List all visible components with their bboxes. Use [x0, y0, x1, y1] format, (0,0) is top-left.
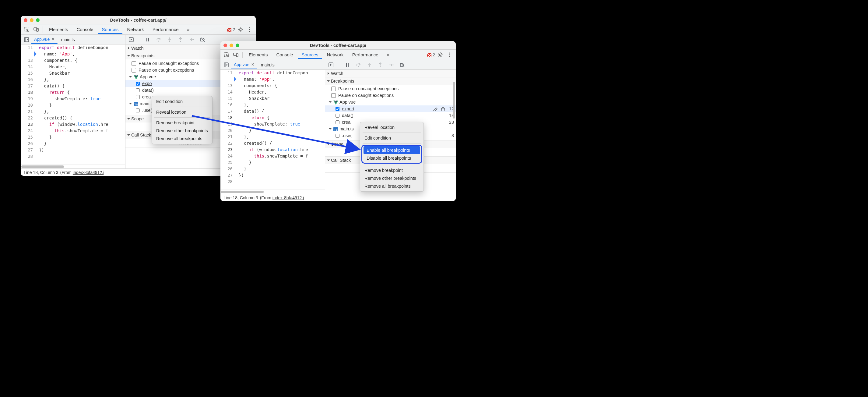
settings-icon[interactable]	[436, 51, 444, 59]
line-number[interactable]: 17	[21, 83, 33, 89]
inspect-icon[interactable]	[223, 51, 231, 59]
deactivate-bp-icon[interactable]	[398, 61, 406, 69]
code-line[interactable]: }	[39, 134, 125, 140]
show-navigator-icon[interactable]	[23, 36, 30, 44]
code-line[interactable]: })	[239, 172, 325, 178]
ctx-remove-all[interactable]: Remove all breakpoints	[360, 182, 424, 190]
code-line[interactable]: return {	[39, 89, 125, 96]
tab-elements[interactable]: Elements	[45, 25, 72, 34]
tab-network[interactable]: Network	[124, 25, 148, 34]
menu-icon[interactable]	[445, 51, 453, 59]
code-line[interactable]: }	[239, 166, 325, 172]
trash-icon[interactable]	[440, 106, 445, 111]
code-line[interactable]: export default defineCompon	[239, 70, 325, 76]
breakpoints-header[interactable]: Breakpoints	[325, 77, 456, 85]
tab-sources[interactable]: Sources	[98, 25, 122, 34]
line-number[interactable]: 14	[21, 64, 33, 70]
code-line[interactable]: created() {	[239, 140, 325, 146]
step-into-icon[interactable]	[365, 61, 373, 69]
file-tab-maints[interactable]: main.ts	[258, 61, 278, 68]
line-number[interactable]: 18	[21, 89, 33, 96]
edit-icon[interactable]	[433, 106, 437, 111]
tab-console[interactable]: Console	[273, 50, 297, 59]
code-editor[interactable]: 11 1213141516171819202122232425262728 ex…	[21, 45, 125, 169]
line-number[interactable]: 23	[220, 146, 232, 153]
close-button[interactable]	[24, 18, 27, 22]
line-number[interactable]: 24	[220, 153, 232, 159]
code-line[interactable]: components: {	[39, 57, 125, 64]
line-number[interactable]: 16	[21, 77, 33, 83]
code-line[interactable]: showTemplate: true	[39, 96, 125, 102]
ctx-reveal-location[interactable]: Reveal location	[152, 108, 212, 116]
step-over-icon[interactable]	[155, 36, 162, 44]
step-out-icon[interactable]	[376, 61, 384, 69]
horizontal-scrollbar[interactable]	[21, 164, 125, 169]
line-number[interactable]: 18	[220, 115, 232, 121]
code-line[interactable]: }	[239, 127, 325, 134]
minimize-button[interactable]	[30, 18, 33, 22]
close-tab-icon[interactable]: ×	[52, 36, 54, 42]
tab-more[interactable]: »	[184, 25, 193, 34]
code-line[interactable]: created() {	[39, 115, 125, 121]
settings-icon[interactable]	[236, 26, 244, 33]
code-line[interactable]: this.showTemplate = f	[239, 153, 325, 159]
code-line[interactable]: },	[239, 102, 325, 108]
vertical-scrollbar[interactable]	[453, 82, 455, 191]
line-number[interactable]: 16	[220, 102, 232, 108]
line-number[interactable]: 27	[21, 147, 33, 153]
line-number[interactable]: 19	[220, 121, 232, 127]
line-number[interactable]: 26	[220, 166, 232, 172]
exec-icon[interactable]	[127, 36, 135, 44]
ctx-enable-all[interactable]: Enable all breakpoints	[364, 146, 420, 154]
line-number[interactable]: 21	[220, 134, 232, 140]
line-number[interactable]: 17	[220, 108, 232, 115]
line-number[interactable]: 27	[220, 172, 232, 178]
code-line[interactable]: components: {	[239, 83, 325, 89]
code-line[interactable]: this.showTemplate = f	[39, 127, 125, 134]
ctx-reveal-location[interactable]: Reveal location	[360, 123, 424, 131]
file-tab-appvue[interactable]: App.vue ×	[31, 35, 58, 44]
code-line[interactable]: }	[39, 102, 125, 109]
line-number[interactable]: 23	[21, 121, 33, 127]
code-line[interactable]: },	[239, 134, 325, 140]
step-out-icon[interactable]	[177, 36, 185, 44]
pause-caught-checkbox[interactable]: Pause on caught exceptions	[325, 92, 456, 99]
line-number[interactable]: 22	[220, 140, 232, 146]
ctx-remove-other[interactable]: Remove other breakpoints	[152, 127, 212, 135]
tab-elements[interactable]: Elements	[245, 50, 272, 59]
close-button[interactable]	[223, 44, 227, 47]
horizontal-scrollbar[interactable]	[220, 190, 325, 194]
line-number[interactable]: 22	[21, 115, 33, 121]
code-line[interactable]: Snackbar	[39, 70, 125, 77]
tab-more[interactable]: »	[383, 50, 393, 59]
ctx-edit-condition[interactable]: Edit condition	[360, 134, 424, 142]
menu-icon[interactable]	[245, 26, 253, 33]
step-into-icon[interactable]	[166, 36, 174, 44]
maximize-button[interactable]	[236, 44, 239, 47]
tab-console[interactable]: Console	[73, 25, 97, 34]
line-number[interactable]: 21	[21, 109, 33, 115]
line-number[interactable]: 15	[220, 95, 232, 102]
code-line[interactable]: Header,	[39, 64, 125, 70]
code-line[interactable]: name: 'App',	[39, 51, 125, 57]
code-line[interactable]: },	[39, 77, 125, 83]
code-line[interactable]: if (window.location.hre	[39, 121, 125, 127]
code-line[interactable]: data() {	[39, 83, 125, 89]
code-line[interactable]: export default defineCompon	[39, 45, 125, 51]
code-line[interactable]: if (window.location.hre	[239, 146, 325, 153]
tab-sources[interactable]: Sources	[298, 50, 322, 59]
line-number[interactable]: 26	[21, 140, 33, 147]
source-link[interactable]: index-8bfa4912.j	[273, 195, 304, 200]
line-number[interactable]: 13	[220, 83, 232, 89]
line-number[interactable]: 19	[21, 96, 33, 102]
line-gutter[interactable]: 11 1213141516171819202122232425262728	[220, 70, 235, 190]
error-count[interactable]: 2	[226, 27, 235, 32]
file-tab-appvue[interactable]: App.vue ×	[231, 61, 257, 69]
code-line[interactable]: showTemplate: true	[239, 121, 325, 127]
tab-network[interactable]: Network	[323, 50, 347, 59]
code-lines[interactable]: export default defineCompon name: 'App',…	[35, 45, 125, 164]
maximize-button[interactable]	[36, 18, 39, 22]
file-tab-maints[interactable]: main.ts	[58, 36, 78, 43]
line-number[interactable]: 24	[21, 127, 33, 134]
line-number[interactable]: 25	[220, 159, 232, 166]
